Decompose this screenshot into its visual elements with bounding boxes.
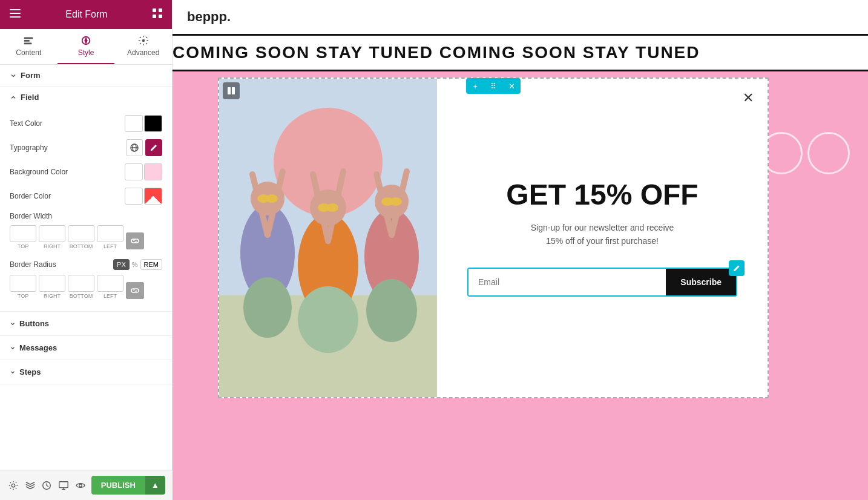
tab-advanced[interactable]: Advanced (114, 29, 172, 64)
border-radius-top-input[interactable] (10, 275, 36, 292)
border-color-red-swatch[interactable] (144, 188, 162, 205)
svg-rect-0 (10, 9, 21, 10)
border-radius-right-input[interactable] (39, 275, 65, 292)
svg-point-44 (390, 197, 402, 206)
desktop-icon-btn[interactable] (58, 476, 70, 495)
svg-rect-4 (159, 8, 162, 12)
border-top-label: TOP (18, 243, 28, 249)
border-width-right-input[interactable] (39, 225, 65, 242)
text-color-row: Text Color (10, 115, 162, 132)
layers-icon-btn[interactable] (24, 476, 36, 495)
border-radius-right-group: RIGHT (39, 275, 65, 299)
svg-point-31 (298, 286, 358, 353)
panel-header: Edit Form (0, 0, 172, 29)
deco-circle-2 (807, 132, 850, 174)
border-radius-left-input[interactable] (97, 275, 123, 292)
border-bottom-label: BOTTOM (70, 243, 93, 249)
svg-rect-8 (24, 40, 30, 42)
column-toggle-btn[interactable] (223, 82, 240, 99)
panel-title: Edit Form (65, 9, 107, 20)
email-input[interactable] (469, 269, 666, 295)
svg-rect-7 (24, 38, 33, 39)
border-color-row: Border Color (10, 188, 162, 205)
form-image-placeholder (219, 79, 437, 397)
publish-arrow-button[interactable]: ▲ (145, 476, 165, 495)
svg-rect-6 (159, 15, 162, 18)
border-radius-link-btn[interactable] (126, 282, 144, 299)
border-radius-left-group: LEFT (97, 275, 123, 299)
border-color-swatches (125, 188, 162, 205)
deco-circle-1 (760, 132, 803, 174)
subscribe-button[interactable]: Subscribe (666, 269, 736, 295)
tab-content[interactable]: Content (0, 29, 58, 64)
panel-tabs: Content Style Advanced (0, 29, 172, 65)
svg-rect-19 (228, 87, 231, 94)
left-panel: Edit Form Content Style Advanced (0, 0, 173, 500)
svg-point-30 (243, 277, 292, 338)
border-width-left-group: LEFT (97, 225, 123, 249)
section-field-header[interactable]: Field (0, 87, 172, 108)
svg-point-40 (266, 194, 278, 203)
border-width-bottom-input[interactable] (68, 225, 94, 242)
publish-button[interactable]: PUBLISH (91, 476, 145, 495)
form-widget: + ⠿ ✕ (218, 77, 769, 398)
field-section: Text Color Typography (0, 108, 172, 312)
border-width-left-input[interactable] (97, 225, 123, 242)
border-radius-bottom-input[interactable] (68, 275, 94, 292)
svg-rect-20 (232, 87, 235, 94)
section-messages[interactable]: Messages (0, 336, 172, 360)
main-canvas: beppp. COMING SOON STAY TUNED COMING SOO… (173, 0, 868, 500)
svg-point-11 (142, 39, 145, 42)
br-bottom-label: BOTTOM (70, 293, 93, 299)
border-radius-inputs: TOP RIGHT BOTTOM LEFT (10, 275, 162, 299)
border-width-section: Border Width TOP RIGHT BOTTOM (10, 212, 162, 249)
grid-icon[interactable] (153, 8, 162, 21)
unit-px-btn[interactable]: PX (113, 259, 130, 270)
section-buttons[interactable]: Buttons (0, 312, 172, 336)
form-close-button[interactable]: ✕ (738, 88, 758, 108)
bg-color-pink-swatch[interactable] (144, 163, 162, 180)
settings-icon-btn[interactable] (7, 476, 19, 495)
widget-add-btn[interactable]: + (466, 78, 484, 94)
widget-close-btn[interactable]: ✕ (502, 78, 521, 94)
svg-point-18 (79, 484, 82, 487)
border-radius-header: Border Radius PX % REM (10, 259, 162, 270)
unit-toggle: PX % REM (113, 259, 162, 270)
tab-style[interactable]: Style (58, 29, 115, 64)
typography-controls (126, 139, 162, 156)
edit-field-pencil-btn[interactable] (729, 260, 745, 276)
panel-body: Form Field Text Color Typography (0, 65, 172, 500)
text-color-white-swatch[interactable] (125, 115, 143, 132)
history-icon-btn[interactable] (41, 476, 53, 495)
widget-toolbar: + ⠿ ✕ (466, 78, 521, 94)
svg-point-15 (12, 484, 15, 487)
eye-icon-btn[interactable] (74, 476, 87, 495)
border-width-link-btn[interactable] (126, 232, 144, 249)
br-left-label: LEFT (104, 293, 117, 299)
bg-color-white-swatch[interactable] (125, 163, 143, 180)
border-radius-top-group: TOP (10, 275, 36, 299)
svg-rect-2 (10, 16, 21, 18)
border-width-label: Border Width (10, 212, 162, 220)
svg-rect-5 (153, 15, 156, 18)
border-color-white-swatch[interactable] (125, 188, 143, 205)
hamburger-icon[interactable] (10, 9, 21, 20)
typography-global-btn[interactable] (126, 139, 143, 156)
deco-circles (760, 132, 868, 174)
svg-point-32 (366, 279, 417, 342)
svg-rect-3 (153, 8, 156, 12)
br-top-label: TOP (18, 293, 28, 299)
border-width-top-input[interactable] (10, 225, 36, 242)
section-form[interactable]: Form (0, 65, 172, 87)
svg-rect-9 (24, 43, 32, 45)
unit-separator: % (132, 261, 138, 268)
canvas-logo: beppp. (187, 9, 231, 25)
text-color-black-swatch[interactable] (144, 115, 162, 132)
border-left-label: LEFT (104, 243, 117, 249)
typography-row: Typography (10, 139, 162, 156)
section-steps[interactable]: Steps (0, 360, 172, 384)
border-width-right-group: RIGHT (39, 225, 65, 249)
typography-edit-btn[interactable] (145, 139, 162, 156)
widget-drag-btn[interactable]: ⠿ (484, 78, 502, 94)
unit-rem-btn[interactable]: REM (140, 259, 162, 270)
